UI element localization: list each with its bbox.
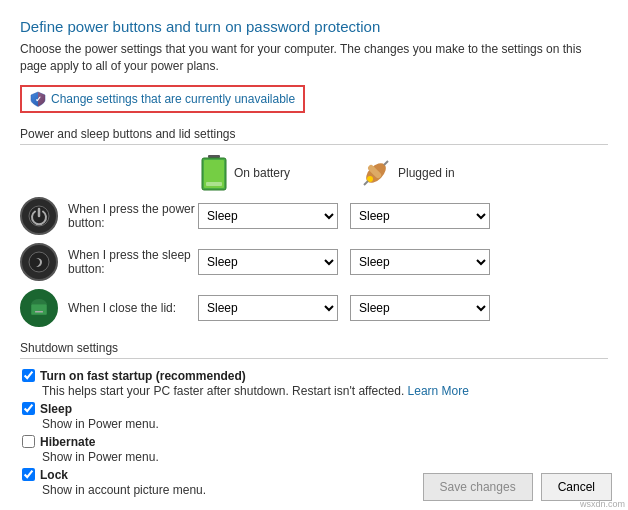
plugged-icon xyxy=(360,157,392,189)
lid-icon xyxy=(20,289,58,327)
sleep-button-battery-select[interactable]: Do nothing Sleep Hibernate Shut down xyxy=(198,249,338,275)
plugged-column-header: Plugged in xyxy=(360,157,520,189)
battery-column-header: On battery xyxy=(200,155,360,191)
sleep-item: Sleep Show in Power menu. xyxy=(20,402,608,431)
sleep-button-row: When I press the sleep button: Do nothin… xyxy=(20,243,608,281)
sleep-button-selects: Do nothing Sleep Hibernate Shut down Do … xyxy=(198,249,490,275)
learn-more-link[interactable]: Learn More xyxy=(408,384,469,398)
power-button-icon xyxy=(20,197,58,235)
power-sleep-section-title: Power and sleep buttons and lid settings xyxy=(20,127,608,145)
sleep-sub: Show in Power menu. xyxy=(22,417,608,431)
fast-startup-sub: This helps start your PC faster after sh… xyxy=(22,384,608,398)
fast-startup-row: Turn on fast startup (recommended) xyxy=(22,369,608,383)
save-button[interactable]: Save changes xyxy=(423,473,533,501)
fast-startup-label[interactable]: Turn on fast startup (recommended) xyxy=(40,369,246,383)
svg-rect-12 xyxy=(31,304,47,315)
power-table-header: On battery Plugged in xyxy=(20,155,608,191)
lid-label: When I close the lid: xyxy=(68,301,198,315)
lock-label[interactable]: Lock xyxy=(40,468,68,482)
svg-line-8 xyxy=(384,161,388,165)
hibernate-item: Hibernate Show in Power menu. xyxy=(20,435,608,464)
sleep-shutdown-label[interactable]: Sleep xyxy=(40,402,72,416)
hibernate-row: Hibernate xyxy=(22,435,608,449)
power-table: On battery Plugged in xyxy=(20,155,608,327)
hibernate-checkbox[interactable] xyxy=(22,435,35,448)
svg-rect-13 xyxy=(35,311,43,313)
lock-checkbox[interactable] xyxy=(22,468,35,481)
power-button-label: When I press the power button: xyxy=(68,202,198,230)
main-window: Define power buttons and turn on passwor… xyxy=(0,0,628,510)
svg-rect-4 xyxy=(206,182,222,186)
sleep-checkbox[interactable] xyxy=(22,402,35,415)
sleep-shutdown-row: Sleep xyxy=(22,402,608,416)
battery-icon xyxy=(200,155,228,191)
svg-text:✓: ✓ xyxy=(35,95,42,104)
fast-startup-checkbox[interactable] xyxy=(22,369,35,382)
watermark: wsxdn.com xyxy=(577,497,628,510)
plugged-column-label: Plugged in xyxy=(398,166,455,180)
power-button-battery-select[interactable]: Do nothing Sleep Hibernate Shut down xyxy=(198,203,338,229)
lid-battery-select[interactable]: Do nothing Sleep Hibernate Shut down xyxy=(198,295,338,321)
lid-plugged-select[interactable]: Do nothing Sleep Hibernate Shut down xyxy=(350,295,490,321)
page-description: Choose the power settings that you want … xyxy=(20,41,608,75)
lid-row: When I close the lid: Do nothing Sleep H… xyxy=(20,289,608,327)
fast-startup-item: Turn on fast startup (recommended) This … xyxy=(20,369,608,398)
hibernate-sub: Show in Power menu. xyxy=(22,450,608,464)
sleep-button-plugged-select[interactable]: Do nothing Sleep Hibernate Shut down xyxy=(350,249,490,275)
hibernate-label[interactable]: Hibernate xyxy=(40,435,95,449)
change-settings-button[interactable]: ✓ Change settings that are currently una… xyxy=(20,85,305,113)
power-button-selects: Do nothing Sleep Hibernate Shut down Do … xyxy=(198,203,490,229)
shield-icon: ✓ xyxy=(30,91,46,107)
change-settings-label: Change settings that are currently unava… xyxy=(51,92,295,106)
page-title: Define power buttons and turn on passwor… xyxy=(20,18,608,35)
power-button-plugged-select[interactable]: Do nothing Sleep Hibernate Shut down xyxy=(350,203,490,229)
sleep-button-icon xyxy=(20,243,58,281)
battery-column-label: On battery xyxy=(234,166,290,180)
svg-point-11 xyxy=(29,252,49,272)
shutdown-section-title: Shutdown settings xyxy=(20,341,608,359)
power-button-row: When I press the power button: Do nothin… xyxy=(20,197,608,235)
lid-selects: Do nothing Sleep Hibernate Shut down Do … xyxy=(198,295,490,321)
svg-line-9 xyxy=(364,181,368,185)
sleep-button-label: When I press the sleep button: xyxy=(68,248,198,276)
